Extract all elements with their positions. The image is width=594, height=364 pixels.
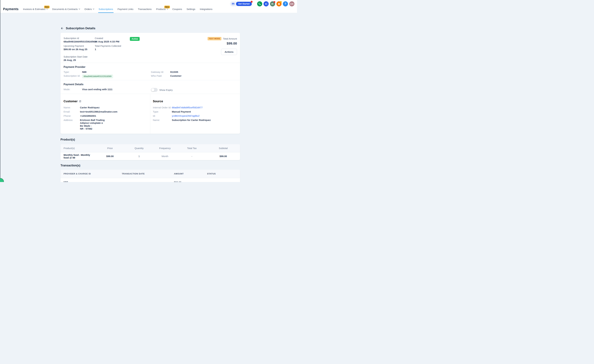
payment-provider-heading: Payment Provider: [64, 66, 237, 68]
nav-item-orders[interactable]: Orders: [84, 5, 94, 13]
source-name-row: Name: Subscription for Carter Rodriquez: [153, 119, 240, 122]
get-started-button[interactable]: Get Started: [236, 2, 252, 6]
provider-subscription-id-row: Subscription Id: 68ad9481b8d4f031f292d56…: [64, 74, 151, 78]
sparkles-icon[interactable]: [263, 1, 269, 7]
customer-section: Customer Name: Carter Rodriquez Email: t…: [61, 96, 150, 131]
actions-button[interactable]: Actions: [221, 49, 237, 55]
gateway-id-row: Gateway Id: 911935: [151, 71, 182, 73]
who-paid-row: Who Paid: Customer: [151, 74, 182, 77]
products-table: Product(s) Price Quantity Frequency Tota…: [61, 144, 240, 160]
subscription-id-field: Subscription Id 68ad9481b8d4f031f292d569: [64, 37, 95, 43]
chevron-down-icon: [79, 8, 80, 9]
customer-address-row: Address: Erickson Ball Trading Adipisci …: [64, 119, 150, 130]
brand-payments: Payments: [3, 7, 19, 11]
payment-provider-section: Payment Provider Type: NMI Subscription …: [61, 63, 240, 80]
page-header: Subscription Details: [61, 26, 240, 30]
customer-email-row: Email: test+test051398@mailinator.com: [64, 110, 150, 113]
customer-heading: Customer: [64, 99, 78, 103]
source-heading: Source: [153, 99, 240, 103]
chevron-down-icon: [93, 8, 94, 9]
nav-item-documents-contracts[interactable]: Documents & Contracts: [52, 5, 80, 13]
nav-item-payment-links[interactable]: Payment Links: [118, 5, 133, 13]
payment-mode-row: Mode: Visa card ending with 1111: [64, 88, 151, 91]
get-started-widget[interactable]: Get Started: [230, 1, 252, 7]
transactions-table-header: PROVIDER & CHARGE ID TRANSACTION DATE AM…: [61, 170, 240, 178]
customer-name-row: Name: Carter Rodriquez: [64, 106, 150, 109]
page-title: Subscription Details: [66, 26, 95, 30]
notification-dot: [251, 1, 253, 3]
customer-phone-row: Phone: +12022892001: [64, 114, 150, 117]
payment-details-section: Payment Details Mode: Visa card ending w…: [61, 80, 240, 94]
upcoming-payment-field: Upcoming Payment $99.00 on 26 Aug 25: [64, 45, 95, 51]
created-field: Created 26 Aug 2025 4:33 PM: [95, 37, 130, 43]
megaphone-icon[interactable]: [270, 1, 275, 7]
notification-dot: [274, 1, 275, 3]
external-link-icon[interactable]: [79, 100, 81, 102]
total-amount-label: Total Amount: [223, 37, 237, 40]
source-id-link[interactable]: yUBKHXvpesD597qqfdvZ: [172, 114, 200, 117]
transactions-table: PROVIDER & CHARGE ID TRANSACTION DATE AM…: [61, 170, 240, 182]
nav-item-products[interactable]: Products New: [156, 5, 168, 13]
back-arrow-icon[interactable]: [61, 27, 64, 30]
avatar[interactable]: CH: [289, 1, 294, 7]
new-badge: New: [44, 6, 50, 8]
notification-dot: [280, 1, 282, 3]
source-type-row: Type: Manual Payment: [153, 110, 240, 113]
nav-item-subscriptions[interactable]: Subscriptions: [99, 5, 113, 13]
internal-order-id-link[interactable]: 68ad947eb8d4f0cef592d477: [172, 106, 202, 109]
bell-icon[interactable]: [277, 1, 282, 7]
internal-order-id-row: Internal Order Id: 68ad947eb8d4f0cef592d…: [153, 106, 240, 109]
top-navigation-bar: Payments Invoices & Estimates New Docume…: [0, 0, 297, 13]
show-expiry-label: Show Expiry: [159, 89, 173, 91]
show-expiry-toggle[interactable]: [151, 88, 158, 92]
page-content: Subscription Details Subscription Id 68a…: [0, 13, 297, 182]
subscription-details-card: Subscription Id 68ad9481b8d4f031f292d569…: [61, 33, 240, 134]
subscription-id-pill: 68ad9481b8d4f031f292d569: [82, 74, 113, 78]
nav-item-coupons[interactable]: Coupons: [172, 5, 182, 13]
toggle-knob: [151, 88, 155, 92]
provider-type-row: Type: NMI: [64, 71, 151, 73]
source-section: Source Internal Order Id: 68ad947eb8d4f0…: [150, 96, 240, 131]
nav-item-integrations[interactable]: Integrations: [200, 5, 212, 13]
nav-item-settings[interactable]: Settings: [187, 5, 195, 13]
topbar-actions: Get Started ? CH: [230, 1, 294, 7]
products-table-header: Product(s) Price Quantity Frequency Tota…: [61, 144, 240, 152]
nav-item-transactions[interactable]: Transactions: [138, 5, 152, 13]
left-edge-divider: [0, 0, 0, 182]
table-row: Monthly food - Monthly food @ 99 $99.00 …: [61, 152, 240, 160]
status-badge: Active: [130, 37, 140, 41]
products-heading: Product(s): [61, 138, 240, 141]
test-mode-badge: TEST MODE: [208, 37, 222, 40]
total-payments-collected-field: Total Payments Collected 1: [95, 45, 130, 51]
main-nav: Payments Invoices & Estimates New Docume…: [3, 5, 212, 13]
payment-details-heading: Payment Details: [64, 83, 237, 86]
table-row[interactable]: NMI 11071746789 08/26/2025 4:33 PM $99.0…: [61, 178, 240, 182]
phone-icon[interactable]: [257, 1, 262, 7]
total-amount-value: $99.00: [227, 41, 237, 45]
new-badge: New: [164, 6, 170, 8]
nav-item-invoices-estimates[interactable]: Invoices & Estimates New: [23, 5, 48, 13]
subscription-start-date-field: Subscription Start Date 26 Aug, 25: [64, 55, 95, 61]
transactions-heading: Transaction(s): [61, 164, 240, 167]
help-icon[interactable]: ?: [283, 1, 288, 7]
source-id-row: Id: yUBKHXvpesD597qqfdvZ: [153, 114, 240, 117]
credit-card-icon: [232, 2, 235, 5]
